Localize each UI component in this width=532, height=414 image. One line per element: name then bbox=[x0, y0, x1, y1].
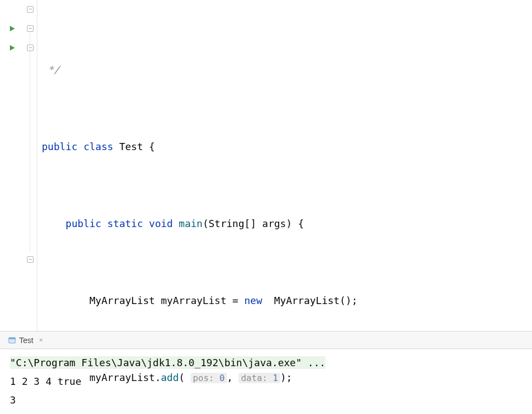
run-tab-label: Test bbox=[19, 336, 34, 345]
code-area[interactable]: */ public class Test { public static voi… bbox=[37, 0, 532, 331]
fold-end-icon[interactable]: − bbox=[27, 256, 34, 263]
param-hint: pos: 0 bbox=[191, 373, 227, 383]
fold-gutter: − − − − bbox=[24, 0, 37, 331]
editor-gutter bbox=[0, 0, 24, 331]
fold-toggle-icon[interactable]: − bbox=[27, 25, 34, 32]
ide-window: − − − − */ public class Test { public st… bbox=[0, 0, 532, 414]
run-main-icon[interactable] bbox=[8, 43, 16, 52]
param-hint: data: 1 bbox=[239, 373, 280, 383]
code-line: myArrayList.add( pos: 0, data: 1); bbox=[42, 368, 532, 387]
editor[interactable]: − − − − */ public class Test { public st… bbox=[0, 0, 532, 332]
code-line: public static void main(String[] args) { bbox=[42, 214, 532, 233]
code-line: */ bbox=[42, 60, 532, 79]
fold-toggle-icon[interactable]: − bbox=[27, 6, 34, 13]
svg-marker-1 bbox=[10, 45, 15, 51]
svg-rect-3 bbox=[9, 338, 15, 339]
svg-marker-0 bbox=[10, 26, 15, 31]
fold-guide bbox=[30, 32, 30, 252]
run-config-icon bbox=[8, 336, 16, 344]
run-class-icon[interactable] bbox=[8, 24, 16, 33]
code-line: public class Test { bbox=[42, 137, 532, 156]
code-line: MyArrayList myArrayList = new MyArrayLis… bbox=[42, 291, 532, 310]
fold-toggle-icon[interactable]: − bbox=[27, 45, 34, 51]
